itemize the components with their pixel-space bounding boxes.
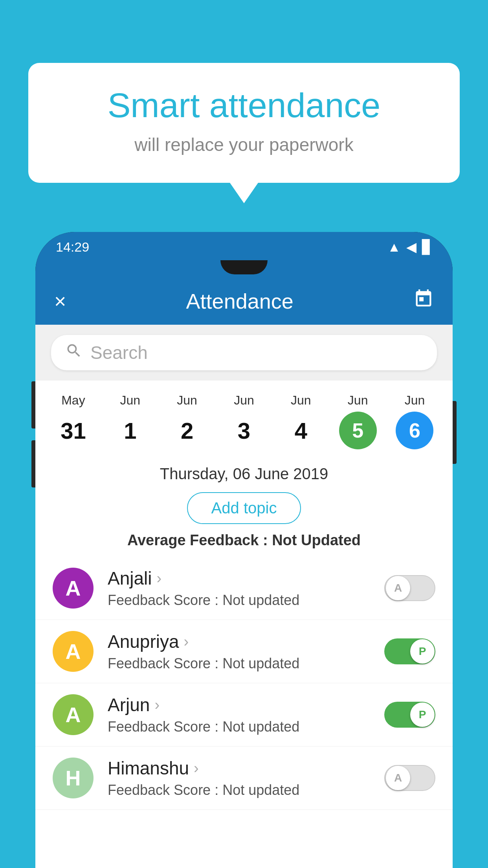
student-feedback: Feedback Score : Not updated <box>108 592 376 609</box>
avg-feedback: Average Feedback : Not Updated <box>51 532 437 549</box>
calendar-day[interactable]: May31 <box>54 393 92 449</box>
close-button[interactable]: × <box>54 289 66 313</box>
battery-icon: ▊ <box>422 239 432 255</box>
cal-day-number: 31 <box>54 412 92 449</box>
student-name[interactable]: Anjali› <box>108 568 376 589</box>
attendance-toggle[interactable]: P <box>384 638 435 664</box>
student-name[interactable]: Arjun› <box>108 694 376 715</box>
notch-area <box>35 260 453 278</box>
speech-bubble-container: Smart attendance will replace your paper… <box>28 63 460 183</box>
student-info: Anjali›Feedback Score : Not updated <box>108 568 376 609</box>
avg-feedback-label: Average Feedback : <box>127 532 268 548</box>
cal-month-label: Jun <box>348 393 368 408</box>
toggle-container: P <box>384 702 435 728</box>
calendar-day[interactable]: Jun2 <box>168 393 206 449</box>
status-time: 14:29 <box>56 239 89 255</box>
search-bar[interactable]: Search <box>51 335 437 370</box>
feedback-value: Not updated <box>222 719 299 735</box>
feedback-value: Not updated <box>222 782 299 798</box>
toggle-container: A <box>384 765 435 791</box>
cal-month-label: May <box>61 393 85 408</box>
toggle-container: A <box>384 575 435 601</box>
student-info: Anupriya›Feedback Score : Not updated <box>108 631 376 672</box>
avg-feedback-value: Not Updated <box>272 532 361 548</box>
student-name-text: Arjun <box>108 694 150 715</box>
status-bar: 14:29 ▲ ◀ ▊ <box>35 232 453 260</box>
app-title: Attendance <box>186 289 294 313</box>
cal-day-number: 3 <box>225 412 263 449</box>
date-full: Thursday, 06 June 2019 <box>51 465 437 483</box>
toggle-knob: P <box>410 639 435 664</box>
status-icons: ▲ ◀ ▊ <box>387 239 432 255</box>
chevron-icon: › <box>157 570 162 587</box>
student-feedback: Feedback Score : Not updated <box>108 782 376 798</box>
chevron-icon: › <box>154 697 160 714</box>
calendar-row: May31Jun1Jun2Jun3Jun4Jun5Jun6 <box>35 381 453 457</box>
feedback-label: Feedback Score : <box>108 655 218 671</box>
cal-month-label: Jun <box>405 393 425 408</box>
speech-bubble-subtitle: will replace your paperwork <box>60 134 428 155</box>
student-item: AArjun›Feedback Score : Not updatedP <box>35 683 453 747</box>
phone-outer: 14:29 ▲ ◀ ▊ × Attendance <box>35 232 453 868</box>
attendance-toggle[interactable]: A <box>384 575 435 601</box>
calendar-day[interactable]: Jun6 <box>396 393 433 449</box>
calendar-button[interactable] <box>413 289 434 314</box>
student-feedback: Feedback Score : Not updated <box>108 655 376 672</box>
toggle-knob: A <box>386 766 410 790</box>
speech-bubble: Smart attendance will replace your paper… <box>28 63 460 183</box>
student-avatar: A <box>53 694 94 735</box>
wifi-icon: ▲ <box>387 239 401 255</box>
cal-month-label: Jun <box>177 393 197 408</box>
speech-bubble-title: Smart attendance <box>60 86 428 125</box>
cal-day-number: 4 <box>282 412 320 449</box>
feedback-value: Not updated <box>222 655 299 671</box>
toggle-knob: A <box>386 576 410 600</box>
student-feedback: Feedback Score : Not updated <box>108 719 376 735</box>
signal-icon: ◀ <box>406 239 416 255</box>
feedback-label: Feedback Score : <box>108 719 218 735</box>
student-item: AAnjali›Feedback Score : Not updatedA <box>35 557 453 620</box>
cal-month-label: Jun <box>291 393 311 408</box>
cal-day-number: 6 <box>396 412 433 449</box>
add-topic-button[interactable]: Add topic <box>187 492 301 524</box>
feedback-value: Not updated <box>222 592 299 608</box>
student-item: HHimanshu›Feedback Score : Not updatedA <box>35 747 453 810</box>
student-avatar: A <box>53 631 94 672</box>
cal-day-number: 2 <box>168 412 206 449</box>
feedback-label: Feedback Score : <box>108 782 218 798</box>
attendance-toggle[interactable]: A <box>384 765 435 791</box>
calendar-day[interactable]: Jun4 <box>282 393 320 449</box>
student-info: Arjun›Feedback Score : Not updated <box>108 694 376 735</box>
feedback-label: Feedback Score : <box>108 592 218 608</box>
student-item: AAnupriya›Feedback Score : Not updatedP <box>35 620 453 683</box>
student-list: AAnjali›Feedback Score : Not updatedAAAn… <box>35 557 453 810</box>
student-avatar: H <box>53 758 94 798</box>
search-bar-container: Search <box>35 325 453 381</box>
toggle-knob: P <box>410 702 435 727</box>
student-name[interactable]: Himanshu› <box>108 758 376 779</box>
cal-day-number: 1 <box>111 412 149 449</box>
calendar-day[interactable]: Jun5 <box>339 393 377 449</box>
student-name-text: Anjali <box>108 568 152 589</box>
notch <box>220 260 268 274</box>
phone-frame: 14:29 ▲ ◀ ▊ × Attendance <box>35 232 453 868</box>
app-bar: × Attendance <box>35 278 453 325</box>
student-name-text: Anupriya <box>108 631 179 652</box>
attendance-toggle[interactable]: P <box>384 702 435 728</box>
toggle-container: P <box>384 638 435 664</box>
student-avatar: A <box>53 568 94 609</box>
search-input[interactable]: Search <box>90 342 148 363</box>
student-name[interactable]: Anupriya› <box>108 631 376 652</box>
calendar-day[interactable]: Jun1 <box>111 393 149 449</box>
student-info: Himanshu›Feedback Score : Not updated <box>108 758 376 798</box>
phone-screen: Search May31Jun1Jun2Jun3Jun4Jun5Jun6 Thu… <box>35 325 453 868</box>
cal-month-label: Jun <box>120 393 140 408</box>
calendar-day[interactable]: Jun3 <box>225 393 263 449</box>
cal-day-number: 5 <box>339 412 377 449</box>
chevron-icon: › <box>194 760 199 777</box>
chevron-icon: › <box>184 633 189 650</box>
date-info: Thursday, 06 June 2019 Add topic Average… <box>35 457 453 557</box>
student-name-text: Himanshu <box>108 758 189 779</box>
search-icon <box>65 342 83 363</box>
cal-month-label: Jun <box>234 393 254 408</box>
